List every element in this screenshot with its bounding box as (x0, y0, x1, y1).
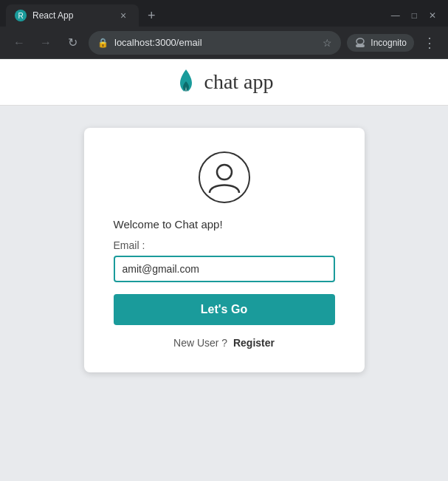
maximize-button[interactable]: □ (412, 10, 417, 21)
url-bar[interactable]: 🔒 localhost:3000/email ☆ (89, 31, 341, 55)
lock-icon: 🔒 (97, 38, 108, 48)
tab-close-button[interactable]: × (117, 9, 130, 22)
svg-point-2 (356, 38, 364, 44)
welcome-text: Welcome to Chat app! (114, 218, 223, 231)
url-text: localhost:3000/email (114, 37, 317, 48)
tab-bar: R React App × + — □ ✕ (0, 0, 448, 27)
minimize-button[interactable]: — (391, 10, 400, 21)
window-controls: — □ ✕ (391, 10, 442, 21)
incognito-label: Incognito (371, 38, 407, 48)
svg-text:R: R (18, 12, 23, 20)
browser-chrome: R React App × + — □ ✕ ← → ↻ 🔒 localhost:… (0, 0, 448, 59)
incognito-badge: Incognito (347, 34, 414, 52)
register-text: New User ? Register (114, 337, 335, 349)
tab-title: React App (32, 10, 111, 21)
avatar-icon (206, 159, 243, 196)
forward-button[interactable]: → (35, 33, 56, 53)
logo-flame-icon (174, 68, 198, 96)
browser-menu-button[interactable]: ⋮ (420, 32, 439, 54)
letsgo-button[interactable]: Let's Go (114, 294, 335, 325)
back-button[interactable]: ← (9, 33, 30, 53)
svg-rect-3 (356, 44, 365, 47)
login-card: Welcome to Chat app! Email : Let's Go Ne… (84, 128, 365, 372)
address-bar: ← → ↻ 🔒 localhost:3000/email ☆ Incognito… (0, 27, 448, 59)
active-tab[interactable]: R React App × (6, 4, 139, 27)
logo-text: chat app (204, 70, 273, 94)
new-tab-button[interactable]: + (142, 5, 162, 27)
refresh-button[interactable]: ↻ (62, 33, 83, 53)
svg-point-4 (217, 165, 232, 180)
email-input[interactable] (114, 256, 335, 282)
register-link[interactable]: Register (233, 337, 275, 349)
logo-container: chat app (174, 68, 273, 96)
user-avatar (199, 151, 250, 203)
page-content: chat app Welcome to Chat app! Email : Le… (0, 59, 448, 481)
window-close-button[interactable]: ✕ (429, 10, 436, 21)
incognito-icon (354, 37, 366, 49)
app-header: chat app (0, 59, 448, 106)
email-label: Email : (114, 239, 145, 251)
tab-favicon: R (15, 10, 27, 21)
new-user-label: New User ? (173, 337, 227, 349)
bookmark-star-icon[interactable]: ☆ (323, 37, 332, 49)
